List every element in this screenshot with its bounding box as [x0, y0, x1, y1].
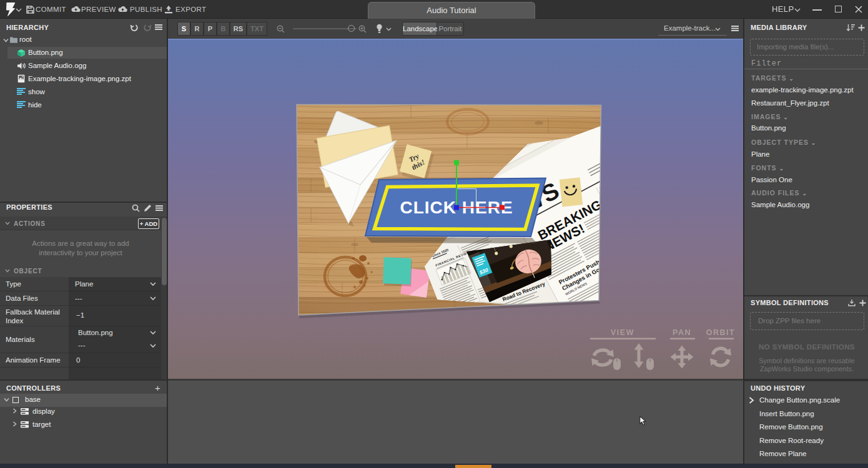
svg-text:PAN: PAN	[673, 328, 691, 337]
svg-text:VIEW: VIEW	[611, 328, 634, 337]
svg-text:ORBIT: ORBIT	[706, 328, 735, 337]
